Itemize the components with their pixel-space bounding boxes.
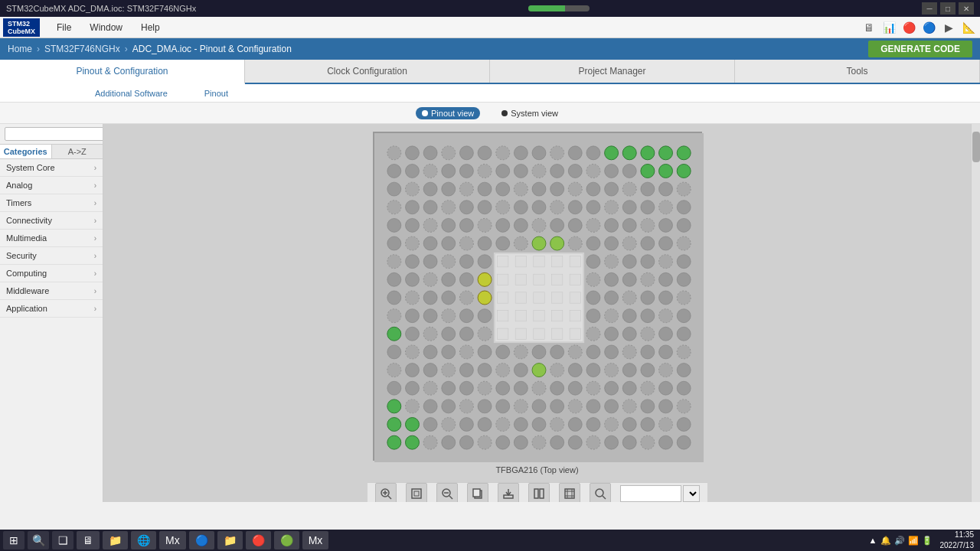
minimize-button[interactable]: ─ xyxy=(922,2,937,15)
titlebar: STM32CubeMX ADC_DMA.ioc: STM32F746NGHx ─… xyxy=(0,0,980,17)
chevron-right-icon: › xyxy=(94,269,96,278)
svg-rect-19 xyxy=(565,489,574,498)
chevron-right-icon: › xyxy=(94,217,96,225)
sidebar-tab-categories[interactable]: Categories xyxy=(0,145,52,158)
sidebar-item-system-core[interactable]: System Core › xyxy=(0,159,103,177)
tab-pinout[interactable]: Pinout & Configuration xyxy=(0,60,245,84)
taskbar-app-4[interactable]: 🔵 xyxy=(189,531,214,549)
taskbar-app-5[interactable]: 📁 xyxy=(217,531,243,549)
taskview-button[interactable]: ❑ xyxy=(52,531,74,549)
maximize-button[interactable]: □ xyxy=(940,2,956,15)
grid-button[interactable] xyxy=(559,483,580,502)
toolbar-icons: 🖥 📊 🔴 🔵 ▶ 📐 xyxy=(861,19,977,36)
toolbar-icon-6[interactable]: 📐 xyxy=(960,19,977,36)
sidebar-item-analog[interactable]: Analog › xyxy=(0,177,103,194)
toolbar-icon-2[interactable]: 📊 xyxy=(880,19,897,36)
svg-rect-4 xyxy=(412,489,421,498)
sidebar-item-multimedia[interactable]: Multimedia › xyxy=(0,230,103,247)
menubar: STM32CubeMX File Window Help 🖥 📊 🔴 🔵 ▶ 📐 xyxy=(0,17,980,38)
sidebar-item-middleware[interactable]: Middleware › xyxy=(0,282,103,300)
system-tray: ▲ 🔔 🔊 📶 🔋 xyxy=(864,536,937,546)
split-view-button[interactable] xyxy=(528,483,550,502)
sidebar: ⚙ Categories A->Z System Core › Analog ›… xyxy=(0,124,103,502)
bottom-search-dropdown[interactable] xyxy=(683,485,700,502)
taskbar-app-1[interactable]: 🖥 xyxy=(77,531,100,549)
bottom-search-area xyxy=(620,485,700,502)
close-button[interactable]: ✕ xyxy=(959,2,974,15)
chip-area: TFBGA216 (Top view) xyxy=(103,124,971,482)
tab-clock[interactable]: Clock Configuration xyxy=(245,60,490,83)
chevron-right-icon: › xyxy=(94,252,96,260)
tab-tools[interactable]: Tools xyxy=(735,60,980,83)
titlebar-controls: ─ □ ✕ xyxy=(922,2,974,15)
chevron-right-icon: › xyxy=(94,181,96,190)
menu-file[interactable]: File xyxy=(49,21,79,34)
taskbar-app-2[interactable]: 📁 xyxy=(103,531,128,549)
fit-view-button[interactable] xyxy=(406,483,427,502)
breadcrumb-current: ADC_DMA.ioc - Pinout & Configuration xyxy=(132,44,292,54)
tab-project-manager[interactable]: Project Manager xyxy=(490,60,735,83)
subtab-additional-software[interactable]: Additional Software xyxy=(92,87,171,99)
taskbar-app-7[interactable]: 🟢 xyxy=(274,531,299,549)
start-button[interactable]: ⊞ xyxy=(3,531,24,549)
toolbar-icon-1[interactable]: 🖥 xyxy=(861,19,877,36)
breadcrumb-sep-1: › xyxy=(37,44,40,54)
pinout-view-label: Pinout view xyxy=(431,109,474,118)
taskbar-app-mx2[interactable]: Mx xyxy=(302,531,329,549)
sidebar-item-timers[interactable]: Timers › xyxy=(0,194,103,212)
toolbar-icon-4[interactable]: 🔵 xyxy=(920,19,937,36)
sidebar-search-input[interactable] xyxy=(5,127,103,141)
tray-icon-2: 🔔 xyxy=(880,536,891,546)
menu-window[interactable]: Window xyxy=(82,21,130,34)
taskbar-app-6[interactable]: 🔴 xyxy=(246,531,271,549)
zoom-out-button[interactable] xyxy=(436,483,458,502)
sidebar-item-computing[interactable]: Computing › xyxy=(0,265,103,282)
subtab-bar: Additional Software Pinout xyxy=(0,84,980,103)
tray-icon-3: 🔊 xyxy=(894,536,905,546)
pinout-view-button[interactable]: Pinout view xyxy=(416,107,480,119)
windows-taskbar: ⊞ 🔍 ❑ 🖥 📁 🌐 Mx 🔵 📁 🔴 🟢 Mx ▲ 🔔 🔊 📶 🔋 11:3… xyxy=(0,530,980,551)
svg-rect-14 xyxy=(540,489,544,498)
tray-icon-4: 📶 xyxy=(908,536,919,546)
svg-rect-5 xyxy=(414,491,419,496)
generate-code-button[interactable]: GENERATE CODE xyxy=(868,41,972,57)
toolbar-icon-5[interactable]: ▶ xyxy=(940,19,957,36)
tray-icon-1: ▲ xyxy=(869,536,877,545)
subtab-pinout[interactable]: Pinout xyxy=(201,87,231,99)
main-area: ⚙ Categories A->Z System Core › Analog ›… xyxy=(0,124,980,502)
sidebar-tabs: Categories A->Z xyxy=(0,145,103,159)
sidebar-item-connectivity[interactable]: Connectivity › xyxy=(0,212,103,230)
app-logo: STM32CubeMX xyxy=(3,18,40,37)
sidebar-item-security[interactable]: Security › xyxy=(0,247,103,265)
search-icon-button[interactable] xyxy=(590,483,611,502)
breadcrumb-device[interactable]: STM32F746NGHx xyxy=(44,44,120,54)
bottom-search-input[interactable] xyxy=(620,485,681,502)
taskbar-app-3[interactable]: 🌐 xyxy=(131,531,156,549)
tab-bar: Pinout & Configuration Clock Configurati… xyxy=(0,60,980,84)
menu-help[interactable]: Help xyxy=(133,21,168,34)
system-view-dot xyxy=(501,110,508,116)
chip-diagram[interactable] xyxy=(373,132,702,461)
sidebar-item-application[interactable]: Application › xyxy=(0,300,103,318)
chevron-right-icon: › xyxy=(94,199,96,207)
zoom-in-button[interactable] xyxy=(375,483,397,502)
svg-line-21 xyxy=(603,496,606,499)
system-view-button[interactable]: System view xyxy=(495,107,564,119)
search-button[interactable]: 🔍 xyxy=(28,531,49,549)
chevron-right-icon: › xyxy=(94,305,96,313)
export-button[interactable] xyxy=(498,483,519,502)
tray-icon-5: 🔋 xyxy=(922,536,933,546)
chip-label: TFBGA216 (Top view) xyxy=(495,465,578,474)
breadcrumb-home[interactable]: Home xyxy=(8,44,32,54)
progress-bar xyxy=(528,5,590,11)
titlebar-title: STM32CubeMX ADC_DMA.ioc: STM32F746NGHx xyxy=(6,4,196,13)
clock-time: 11:35 xyxy=(940,530,975,540)
toolbar-icon-3[interactable]: 🔴 xyxy=(900,19,917,36)
taskbar-app-mx1[interactable]: Mx xyxy=(159,531,186,549)
chevron-right-icon: › xyxy=(94,234,96,243)
content-area: TFBGA216 (Top view) xyxy=(103,124,971,502)
view-bar: Pinout view System view xyxy=(0,103,980,124)
copy-button[interactable] xyxy=(467,483,488,502)
sidebar-tab-az[interactable]: A->Z xyxy=(52,145,103,158)
right-scrollbar[interactable] xyxy=(971,124,980,502)
